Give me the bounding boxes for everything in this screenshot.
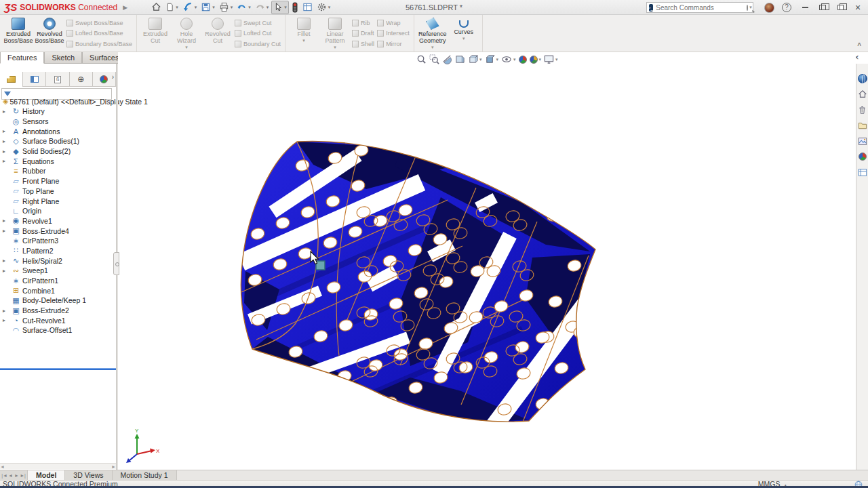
ribbon-button[interactable]: Revolved Boss/Base	[34, 16, 65, 50]
section-view-icon[interactable]	[442, 54, 452, 64]
tree-item[interactable]: ∗ CirPattern1	[0, 276, 116, 286]
ribbon-small-button[interactable]: Swept Boss/Base	[66, 18, 132, 28]
folder-icon[interactable]	[857, 120, 868, 131]
dropdown-arrow[interactable]: ▾	[302, 37, 305, 43]
view-settings-icon[interactable]: ▾	[544, 54, 558, 64]
undo-button[interactable]: ▾	[235, 1, 252, 14]
tree-item[interactable]: ⊞ Combine1	[0, 285, 116, 296]
design-library-icon[interactable]	[857, 136, 868, 146]
tree-item[interactable]: ◠ Surface-Offset1	[0, 325, 116, 336]
dropdown-arrow[interactable]: ▾	[462, 35, 465, 41]
ribbon-small-button[interactable]: Lofted Cut	[235, 28, 281, 39]
tree-root-item[interactable]: ◈ 56761 (Default) <<Default>_Display Sta…	[0, 96, 116, 106]
redo-button[interactable]: ▾	[254, 1, 271, 14]
tree-item[interactable]: ▸ A Annotations	[0, 126, 116, 136]
help-button[interactable]: ?	[782, 3, 791, 12]
view-orientation-icon[interactable]: ▾	[468, 54, 482, 64]
tree-item[interactable]: ◎ Sensors	[0, 117, 116, 127]
dynamic-annotation-icon[interactable]	[455, 54, 465, 64]
ribbon-small-button[interactable]: Lofted Boss/Base	[66, 28, 132, 39]
first-tab-button[interactable]: |◄	[1, 473, 7, 478]
tree-item[interactable]: ▱ Right Plane	[0, 196, 116, 206]
scroll-right-arrow[interactable]: ►	[111, 464, 116, 469]
solidworks-logo[interactable]: ƷS SOLIDWORKS Connected ▶	[0, 0, 132, 15]
expand-arrow[interactable]: ▸	[3, 218, 11, 224]
scroll-left-arrow[interactable]: ◄	[0, 464, 5, 469]
ribbon-button[interactable]: Hole Wizard ▾	[171, 16, 202, 50]
search-commands-input[interactable]	[656, 4, 745, 12]
display-style-icon[interactable]: ▾	[485, 54, 499, 64]
expand-arrow[interactable]: ▸	[3, 308, 11, 314]
dropdown-arrow[interactable]: ▾	[431, 44, 434, 49]
expand-arrow[interactable]: ▸	[3, 148, 11, 155]
dropdown-arrow[interactable]: ▾	[185, 44, 188, 49]
appearances-icon[interactable]	[857, 151, 868, 162]
ribbon-small-button[interactable]: Rib	[352, 18, 374, 28]
print-button[interactable]: ▾	[218, 1, 235, 14]
expand-arrow[interactable]: ▸	[3, 258, 11, 264]
display-pane-button[interactable]	[301, 1, 314, 14]
tree-item[interactable]: ≡ Rubber	[0, 166, 116, 176]
expand-arrow[interactable]: ▸	[3, 158, 11, 164]
ribbon-button[interactable]: Curves ▾	[448, 16, 479, 50]
dropdown-arrow[interactable]: ▾	[334, 44, 336, 49]
save-button[interactable]: ▾	[199, 1, 216, 14]
ribbon-button[interactable]: Fillet ▾	[288, 16, 319, 50]
zoom-to-area-icon[interactable]	[429, 54, 439, 64]
ribbon-small-button[interactable]: Shell	[352, 39, 374, 49]
tree-item[interactable]: ▸ ∿ Helix/Spiral2	[0, 256, 116, 266]
minimize-window-button[interactable]	[797, 1, 812, 14]
ribbon-small-button[interactable]: Draft	[352, 28, 374, 39]
custom-properties-icon[interactable]	[857, 167, 868, 178]
home-button[interactable]	[150, 1, 163, 14]
tree-item[interactable]: ▸ ◇ Surface Bodies(1)	[0, 136, 116, 146]
collapse-ribbon-arrow[interactable]: ^	[857, 42, 861, 49]
ribbon-small-button[interactable]: Intersect	[377, 28, 410, 39]
tree-item[interactable]: ▱ Top Plane	[0, 186, 116, 197]
configurationmanager-tab[interactable]	[46, 72, 69, 87]
select-tool-button[interactable]: ▾	[271, 1, 289, 14]
edit-appearance-icon[interactable]	[519, 56, 527, 64]
apply-scene-icon[interactable]: ▾	[530, 56, 542, 64]
new-document-button[interactable]: ▾	[164, 1, 180, 14]
search-icon[interactable]	[747, 5, 748, 11]
ribbon-small-button[interactable]: Mirror	[377, 39, 410, 49]
user-avatar[interactable]	[764, 3, 774, 13]
zoom-to-fit-icon[interactable]	[416, 54, 427, 64]
ribbon-button[interactable]: Extruded Boss/Base	[3, 16, 34, 50]
tree-item[interactable]: ∗ CirPattern3	[0, 236, 116, 246]
rollback-bar[interactable]	[0, 368, 116, 370]
expand-arrow[interactable]: ▸	[3, 138, 11, 144]
ribbon-button[interactable]: Linear Pattern ▾	[319, 16, 351, 50]
ribbon-small-button[interactable]: Swept Cut	[235, 18, 281, 28]
tree-item[interactable]: ▸ Σ Equations	[0, 156, 116, 166]
home-icon[interactable]	[857, 89, 868, 100]
open-button[interactable]: ▾	[181, 1, 199, 14]
tree-item[interactable]: ▸ ◉ Revolve1	[0, 216, 116, 226]
close-window-button[interactable]: ×	[850, 1, 865, 14]
tree-item[interactable]: ▸ ▣ Boss-Extrude4	[0, 226, 116, 236]
options-gear-button[interactable]: ▾	[315, 1, 332, 14]
tree-horizontal-scrollbar[interactable]: ◄ ►	[0, 463, 116, 469]
brand-flyout-arrow[interactable]: ▶	[123, 4, 127, 11]
expand-arrow[interactable]: ▸	[3, 128, 11, 134]
expand-arrow[interactable]: ▸	[3, 108, 11, 115]
model-3d[interactable]	[237, 132, 604, 430]
command-tab[interactable]: Features	[0, 52, 44, 64]
last-tab-button[interactable]: ►|	[20, 473, 26, 478]
tree-item[interactable]: ▸ ◆ Solid Bodies(2)	[0, 146, 116, 157]
propertymanager-tab[interactable]	[23, 72, 46, 87]
document-tab[interactable]: Model	[28, 470, 65, 480]
previous-tab-button[interactable]: ◄	[7, 473, 14, 478]
panel-flyout-arrow[interactable]: ›	[112, 73, 114, 81]
tree-item[interactable]: ▸ ↻ History	[0, 106, 116, 117]
search-commands-box[interactable]: ›_ ▾	[646, 2, 753, 13]
dimxpertmanager-tab[interactable]: ⊕	[70, 72, 93, 87]
tile-windows-button[interactable]	[815, 1, 830, 14]
panel-splitter-grip[interactable]	[113, 252, 119, 275]
performance-evaluation-button[interactable]	[290, 1, 300, 14]
tree-item[interactable]: ▸ ◔ Cut-Revolve1	[0, 315, 116, 325]
ribbon-small-button[interactable]: Boundary Boss/Base	[66, 39, 132, 49]
ribbon-small-button[interactable]: Wrap	[377, 18, 410, 28]
trash-icon[interactable]	[857, 104, 868, 115]
